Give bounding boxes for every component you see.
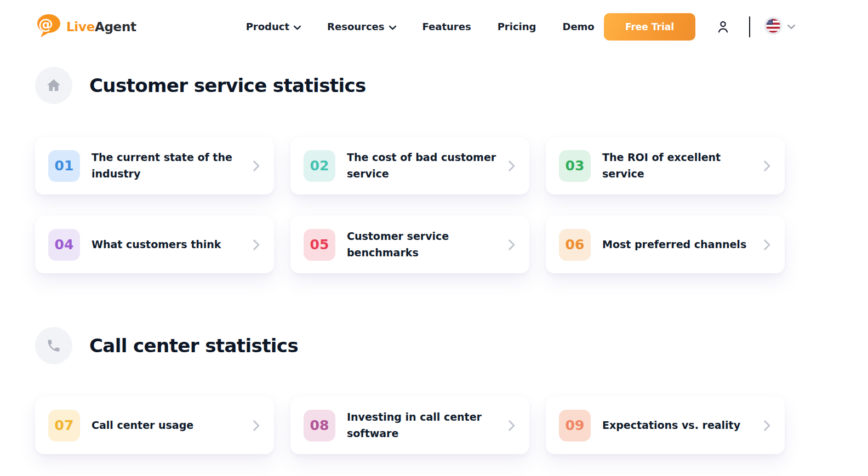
account-icon[interactable] — [716, 19, 730, 35]
stat-card-05[interactable]: 05 Customer service benchmarks — [290, 216, 529, 273]
main-nav: Product Resources Features Pricing Demo — [246, 21, 595, 32]
card-number-badge: 04 — [48, 229, 80, 261]
card-number-badge: 05 — [304, 229, 335, 261]
card-grid-customer-service: 01 The current state of the industry 02 … — [35, 137, 785, 273]
card-title: Customer service benchmarks — [347, 228, 502, 261]
chevron-right-icon — [253, 420, 260, 431]
stat-card-08[interactable]: 08 Investing in call center software — [290, 397, 529, 454]
card-title: Investing in call center software — [347, 409, 502, 441]
card-number-badge: 02 — [304, 150, 335, 182]
card-title: The ROI of excellent service — [602, 150, 758, 182]
nav-item-features[interactable]: Features — [422, 21, 471, 32]
stat-card-01[interactable]: 01 The current state of the industry — [35, 137, 274, 194]
phone-icon — [35, 327, 72, 364]
stat-card-06[interactable]: 06 Most preferred channels — [546, 216, 785, 273]
card-title: The cost of bad customer service — [347, 150, 502, 182]
chevron-down-icon — [294, 21, 301, 32]
chevron-right-icon — [508, 420, 515, 431]
language-selector[interactable] — [764, 16, 795, 37]
home-icon — [35, 67, 72, 104]
nav-item-demo[interactable]: Demo — [562, 21, 594, 32]
section-title: Call center statistics — [89, 335, 298, 357]
card-title: The current state of the industry — [92, 150, 247, 182]
chevron-right-icon — [508, 239, 515, 250]
section-header-call-center: Call center statistics — [35, 327, 785, 364]
chevron-right-icon — [253, 160, 260, 171]
card-number-badge: 06 — [559, 229, 591, 261]
card-number-badge: 03 — [559, 150, 591, 182]
card-number-badge: 07 — [48, 410, 80, 441]
stat-card-09[interactable]: 09 Expectations vs. reality — [546, 397, 785, 454]
liveagent-logo[interactable]: @ LiveAgent — [35, 13, 136, 40]
header-divider — [749, 16, 750, 37]
free-trial-button[interactable]: Free Trial — [604, 13, 695, 41]
stat-card-02[interactable]: 02 The cost of bad customer service — [290, 137, 529, 194]
stat-card-03[interactable]: 03 The ROI of excellent service — [546, 137, 785, 194]
chevron-down-icon — [389, 21, 396, 32]
card-title: Most preferred channels — [602, 237, 758, 253]
chevron-right-icon — [253, 239, 260, 250]
card-grid-call-center: 07 Call center usage 08 Investing in cal… — [35, 397, 785, 454]
chevron-right-icon — [763, 420, 770, 431]
chevron-right-icon — [763, 160, 770, 171]
card-title: Call center usage — [92, 417, 247, 433]
stat-card-04[interactable]: 04 What customers think — [35, 216, 274, 273]
card-title: What customers think — [92, 237, 247, 253]
us-flag-icon — [764, 16, 783, 37]
nav-item-pricing[interactable]: Pricing — [498, 21, 536, 32]
section-title: Customer service statistics — [89, 74, 366, 96]
nav-item-product[interactable]: Product — [246, 21, 301, 32]
logo-text: LiveAgent — [66, 20, 136, 34]
card-title: Expectations vs. reality — [602, 417, 758, 433]
chevron-right-icon — [763, 239, 770, 250]
svg-text:@: @ — [38, 15, 53, 32]
chevron-down-icon — [787, 21, 795, 32]
page-content: Customer service statistics 01 The curre… — [0, 67, 868, 454]
card-number-badge: 09 — [559, 410, 591, 441]
chevron-right-icon — [508, 160, 515, 171]
section-header-customer-service: Customer service statistics — [35, 67, 785, 104]
card-number-badge: 08 — [304, 410, 335, 441]
logo-speech-bubble-icon: @ — [35, 13, 61, 40]
nav-item-resources[interactable]: Resources — [327, 21, 396, 32]
site-header: @ LiveAgent Product Resources Features P… — [0, 0, 868, 53]
stat-card-07[interactable]: 07 Call center usage — [35, 397, 274, 454]
card-number-badge: 01 — [48, 150, 80, 182]
